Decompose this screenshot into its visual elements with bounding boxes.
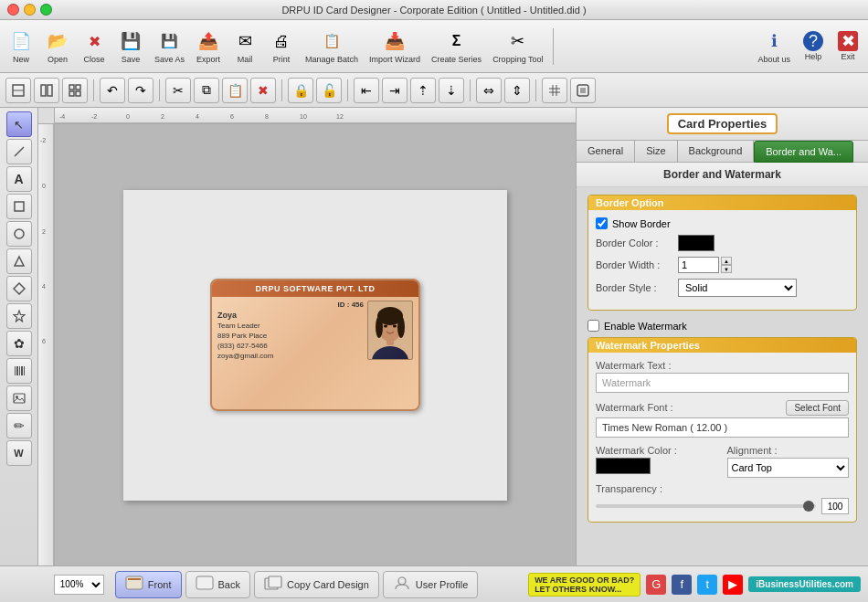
enable-watermark-checkbox[interactable] — [587, 320, 599, 332]
titlebar-buttons — [7, 4, 52, 16]
svg-rect-22 — [15, 366, 16, 375]
id-card[interactable]: DRPU SOFTWARE PVT. LTD ID : 456 Zoya Tea… — [210, 279, 420, 411]
border-width-input[interactable] — [678, 257, 719, 273]
canvas-content[interactable]: DRPU SOFTWARE PVT. LTD ID : 456 Zoya Tea… — [55, 124, 576, 565]
undo-btn[interactable]: ↶ — [100, 78, 125, 103]
zoom-select[interactable]: 100% 75% 50% 150% 200% — [54, 575, 104, 595]
open-tool[interactable]: 📂 Open — [40, 26, 75, 67]
cut-btn[interactable]: ✂ — [165, 78, 191, 103]
close-window-btn[interactable] — [7, 4, 19, 16]
watermark-text-label: Watermark Text : — [596, 360, 849, 371]
youtube-social-icon[interactable]: ▶ — [723, 575, 743, 595]
watermark-color-swatch[interactable] — [596, 458, 651, 474]
flower-tool[interactable]: ✿ — [6, 331, 32, 356]
delete-btn[interactable]: ✖ — [250, 78, 276, 103]
google-social-icon[interactable]: G — [646, 575, 666, 595]
border-style-select[interactable]: Solid Dashed Dotted Double — [678, 279, 797, 297]
tab-general[interactable]: General — [577, 141, 635, 162]
minimize-window-btn[interactable] — [24, 4, 36, 16]
view2-btn[interactable] — [34, 78, 59, 103]
about-us-tool[interactable]: ℹ About us — [753, 26, 795, 67]
line-tool[interactable] — [6, 139, 32, 164]
border-color-row: Border Color : — [596, 235, 849, 251]
align-top-btn[interactable]: ⇡ — [410, 78, 436, 103]
watermark-section-body: Watermark Text : Watermark Font : Select… — [588, 353, 856, 522]
distribute-h-btn[interactable]: ⇔ — [476, 78, 502, 103]
unlock-btn[interactable]: 🔓 — [316, 78, 342, 103]
redo-btn[interactable]: ↷ — [128, 78, 153, 103]
transparency-slider-thumb[interactable] — [803, 501, 814, 512]
save-as-tool[interactable]: 💾 Save As — [150, 26, 189, 67]
export-tool[interactable]: 📤 Export — [191, 26, 226, 67]
select-tool[interactable]: ↖ — [6, 111, 32, 137]
back-button[interactable]: Back — [185, 571, 250, 598]
border-color-value — [678, 235, 849, 251]
company-name: DRPU SOFTWARE PVT. LTD — [256, 284, 376, 293]
show-border-checkbox[interactable] — [596, 217, 608, 229]
distribute-v-btn[interactable]: ⇕ — [504, 78, 530, 103]
new-tool[interactable]: 📄 New — [4, 26, 38, 67]
watermark-tool[interactable]: W — [6, 440, 32, 466]
maximize-window-btn[interactable] — [40, 4, 52, 16]
svg-text:2: 2 — [161, 113, 164, 120]
border-width-down[interactable]: ▼ — [721, 265, 732, 273]
cropping-tool-btn[interactable]: ✂ Cropping Tool — [488, 26, 547, 67]
grid-btn[interactable] — [542, 78, 567, 103]
alignment-select[interactable]: Card Top Card Bottom Card Center Card Le… — [727, 458, 850, 478]
copy-btn[interactable]: ⧉ — [194, 78, 219, 103]
svg-text:-4: -4 — [59, 113, 65, 120]
help-tool[interactable]: ? Help — [797, 28, 830, 64]
svg-rect-17 — [15, 202, 24, 211]
manage-batch-tool[interactable]: 📋 Manage Batch — [301, 26, 363, 67]
align-right-btn[interactable]: ⇥ — [382, 78, 408, 103]
main-toolbar: 📄 New 📂 Open ✖ Close 💾 Save 💾 Save As 📤 … — [0, 20, 868, 73]
user-profile-button[interactable]: User Profile — [383, 571, 478, 598]
create-series-tool[interactable]: Σ Create Series — [427, 26, 486, 67]
ibiz-banner: iBusinessUtilities.com — [748, 576, 861, 592]
front-button[interactable]: Front — [115, 571, 182, 598]
manage-batch-label: Manage Batch — [305, 55, 358, 64]
properties-btn[interactable] — [570, 78, 596, 103]
border-color-swatch[interactable] — [678, 235, 715, 251]
close-tool[interactable]: ✖ Close — [77, 26, 111, 67]
align-left-btn[interactable]: ⇤ — [354, 78, 379, 103]
transparency-value-input[interactable]: 100 — [821, 498, 849, 514]
tab-size[interactable]: Size — [635, 141, 677, 162]
triangle-tool[interactable] — [6, 248, 32, 274]
tab-background[interactable]: Background — [678, 141, 755, 162]
select-font-button[interactable]: Select Font — [786, 400, 849, 416]
font-display: Times New Roman ( 12.00 ) — [596, 417, 849, 438]
diamond-tool[interactable] — [6, 276, 32, 301]
pen-tool[interactable]: ✏ — [6, 413, 32, 438]
copy-design-button[interactable]: Copy Card Design — [254, 571, 379, 598]
border-width-up[interactable]: ▲ — [721, 257, 732, 265]
align-bottom-btn[interactable]: ⇣ — [439, 78, 464, 103]
star-tool[interactable] — [6, 303, 32, 329]
help-label: Help — [805, 52, 822, 61]
circle-tool[interactable] — [6, 221, 32, 247]
lock-btn[interactable]: 🔒 — [288, 78, 313, 103]
save-tool[interactable]: 💾 Save — [113, 26, 148, 67]
create-series-label: Create Series — [431, 55, 482, 64]
exit-tool[interactable]: ✖ Exit — [831, 28, 864, 64]
view3-btn[interactable] — [62, 78, 88, 103]
facebook-social-icon[interactable]: f — [672, 575, 692, 595]
watermark-text-input[interactable] — [596, 373, 849, 393]
tab-border-watermark[interactable]: Border and Wa... — [754, 141, 853, 163]
main-area: ↖ A ✿ ✏ W — [0, 108, 868, 565]
view1-btn[interactable] — [5, 78, 31, 103]
rect-tool[interactable] — [6, 194, 32, 219]
svg-text:4: 4 — [196, 113, 199, 120]
twitter-social-icon[interactable]: t — [697, 575, 717, 595]
toolbar-sep — [553, 28, 554, 65]
barcode-tool[interactable] — [6, 358, 32, 384]
svg-point-28 — [16, 396, 18, 398]
import-wizard-tool[interactable]: 📥 Import Wizard — [365, 26, 425, 67]
paste-btn[interactable]: 📋 — [222, 78, 248, 103]
canvas-area: -4 -2 0 2 4 6 8 10 12 -2 0 2 4 6 — [38, 108, 576, 565]
image-tool[interactable] — [6, 385, 32, 411]
mail-tool[interactable]: ✉ Mail — [228, 26, 262, 67]
print-tool[interactable]: 🖨 Print — [264, 26, 299, 67]
alignment-label: Alignment : — [727, 445, 850, 456]
text-tool[interactable]: A — [6, 166, 32, 192]
